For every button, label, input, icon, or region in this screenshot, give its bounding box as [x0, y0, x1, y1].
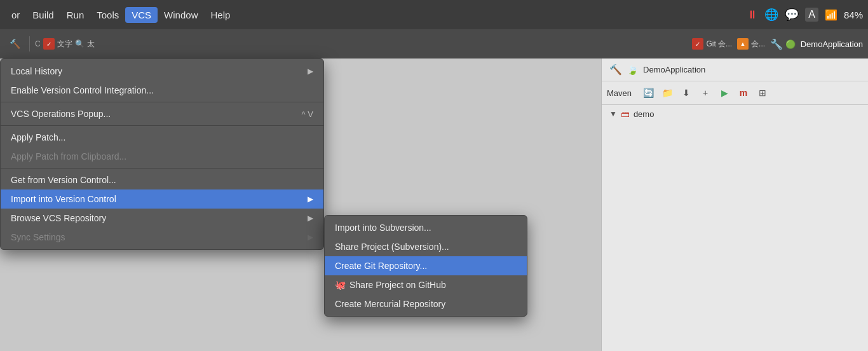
- pause-icon: ⏸: [747, 8, 758, 22]
- submenu-item-create-git[interactable]: Create Git Repository...: [325, 256, 527, 275]
- submenu-arrow-browse: ▶: [308, 214, 313, 223]
- toolbar-icon-red: ✓: [692, 38, 703, 50]
- submenu-item-share-github[interactable]: 🐙 Share Project on GitHub: [325, 275, 527, 294]
- demo-icon: 🔧: [770, 38, 783, 50]
- menubar-item-window[interactable]: Window: [158, 7, 204, 23]
- maven-tree-item: ▼ 🗃 demo: [602, 105, 868, 123]
- maven-download-btn[interactable]: ⬇: [679, 85, 694, 100]
- maven-m-btn[interactable]: m: [736, 85, 751, 100]
- maven-app-label: DemoApplication: [643, 65, 705, 74]
- toolbar-text2: 文字: [57, 39, 72, 50]
- toolbar-build-btn[interactable]: 🔨: [5, 34, 24, 53]
- menubar-item-run[interactable]: Run: [60, 7, 91, 23]
- toolbar-search: 🔍: [75, 39, 85, 48]
- tree-arrow: ▼: [609, 109, 617, 118]
- vcs-dropdown: Local History ▶ Enable Version Control I…: [0, 59, 324, 250]
- submenu-arrow-sync: ▶: [308, 233, 313, 242]
- toolbar-text1: C: [35, 39, 41, 48]
- submenu-item-share-subversion[interactable]: Share Project (Subversion)...: [325, 237, 527, 256]
- menubar-item-help[interactable]: Help: [204, 7, 236, 23]
- wifi-icon: 📶: [825, 9, 837, 21]
- maven-tree-label: demo: [634, 109, 654, 119]
- menu-item-vcs-operations[interactable]: VCS Operations Popup... ^ V: [1, 104, 323, 123]
- menu-item-apply-patch[interactable]: Apply Patch...: [1, 128, 323, 147]
- menu-item-apply-patch-clipboard: Apply Patch from Clipboard...: [1, 147, 323, 166]
- toolbar-text-more: 会...: [751, 39, 765, 50]
- demo-app-label: 🟢 DemoApplication: [785, 39, 863, 49]
- menubar-item-or[interactable]: or: [5, 7, 26, 23]
- shortcut-vcs-ops: ^ V: [302, 109, 313, 119]
- menu-item-browse-vcs[interactable]: Browse VCS Repository ▶: [1, 209, 323, 228]
- separator-1: [1, 102, 323, 102]
- circle-icon: 🌐: [764, 8, 778, 22]
- submenu-arrow-local: ▶: [308, 67, 313, 76]
- toolbar-icon1: ✓: [43, 38, 55, 50]
- submenu-item-create-mercurial[interactable]: Create Mercurial Repository: [325, 294, 527, 313]
- menu-item-sync-settings: Sync Settings ▶: [1, 228, 323, 247]
- chat-icon: 💬: [785, 8, 799, 22]
- maven-panel: 🔨 🍃 DemoApplication Maven 🔄 📁 ⬇ + ▶ m ⊞ …: [601, 59, 868, 351]
- submenu-arrow-import: ▶: [308, 195, 313, 203]
- menu-item-import-vcs[interactable]: Import into Version Control ▶: [1, 189, 323, 209]
- menu-item-get-from-vcs[interactable]: Get from Version Control...: [1, 170, 323, 189]
- maven-refresh-btn[interactable]: 🔄: [641, 85, 656, 100]
- import-submenu: Import into Subversion... Share Project …: [324, 215, 527, 317]
- status-icons: ⏸ 🌐 💬 A 📶 84%: [747, 8, 863, 22]
- toolbar-icon-orange: ▲: [737, 38, 749, 50]
- hammer-icon: 🔨: [609, 64, 622, 76]
- menu-item-local-history[interactable]: Local History ▶: [1, 62, 323, 81]
- menubar-item-build[interactable]: Build: [26, 7, 60, 23]
- menubar-item-tools[interactable]: Tools: [90, 7, 125, 23]
- menubar: or Build Run Tools VCS Window Help ⏸ 🌐 💬…: [0, 0, 868, 29]
- maven-add-btn[interactable]: +: [698, 85, 713, 100]
- demo-app-name: 🔧 🟢 DemoApplication: [770, 38, 863, 50]
- maven-title: Maven: [607, 88, 632, 98]
- maven-tree-icon: 🗃: [621, 109, 630, 119]
- maven-toolbar: Maven 🔄 📁 ⬇ + ▶ m ⊞: [602, 81, 868, 105]
- maven-filter-btn[interactable]: ⊞: [755, 85, 770, 100]
- separator-2: [1, 125, 323, 126]
- toolbar-git-text: Git 会...: [706, 39, 732, 50]
- maven-folder-btn[interactable]: 📁: [660, 85, 675, 100]
- menubar-item-vcs[interactable]: VCS: [125, 7, 158, 23]
- menu-item-enable-vcs[interactable]: Enable Version Control Integration...: [1, 81, 323, 100]
- toolbar-text3: 太: [87, 39, 95, 50]
- submenu-item-import-subversion[interactable]: Import into Subversion...: [325, 218, 527, 237]
- maven-app-icon: 🍃: [627, 65, 638, 75]
- demo-run-icon: 🟢: [785, 39, 796, 49]
- font-icon: A: [805, 8, 818, 22]
- battery-label: 84%: [844, 10, 863, 20]
- github-icon: 🐙: [335, 280, 346, 290]
- separator-3: [1, 168, 323, 169]
- main-area: 🔨 🍃 DemoApplication Maven 🔄 📁 ⬇ + ▶ m ⊞ …: [0, 59, 868, 351]
- maven-header: 🔨 🍃 DemoApplication: [602, 59, 868, 81]
- app-toolbar: 🔨 C ✓ 文字 🔍 太 ✓ Git 会... ▲ 会... 🔧 🟢 DemoA…: [0, 29, 868, 59]
- maven-run-btn[interactable]: ▶: [717, 85, 732, 100]
